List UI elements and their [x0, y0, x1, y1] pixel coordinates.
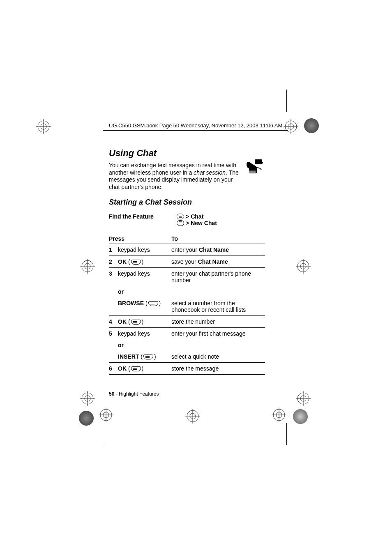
table-row: 2 OK () save your Chat Name — [109, 256, 265, 268]
intro-italic: chat session — [194, 169, 226, 176]
header-rule — [103, 130, 288, 131]
col-press: Press — [109, 234, 171, 244]
crop-tick — [103, 423, 103, 445]
registration-mark — [296, 391, 311, 406]
to-cell: store the message — [171, 363, 265, 375]
table-row: 5 keypad keys enter your first chat mess… — [109, 328, 265, 340]
press-cell: OK () — [118, 256, 171, 268]
softkey-icon — [131, 260, 141, 265]
registration-mark — [185, 409, 200, 424]
press-cell: keypad keys — [118, 328, 171, 340]
registration-mark — [36, 119, 51, 134]
path-item: New Chat — [191, 220, 217, 226]
softkey-icon — [131, 320, 141, 325]
to-cell: enter your Chat Name — [171, 244, 265, 256]
to-cell: store the number — [171, 316, 265, 328]
table-row: 1 keypad keys enter your Chat Name — [109, 244, 265, 256]
table-row: 4 OK () store the number — [109, 316, 265, 328]
find-feature-path: ☰ > Chat ☰ > New Chat — [177, 213, 265, 226]
subsection-title: Starting a Chat Session — [109, 198, 265, 207]
press-cell: OK () — [118, 363, 171, 375]
step-number: 1 — [109, 244, 118, 256]
press-cell: keypad keys — [118, 268, 171, 286]
table-row: or — [109, 286, 265, 297]
find-feature-label: Find the Feature — [109, 213, 177, 226]
corner-dot — [79, 411, 94, 426]
find-feature-row: Find the Feature ☰ > Chat ☰ > New Chat — [109, 213, 265, 226]
table-row: 3 keypad keys enter your chat partner's … — [109, 268, 265, 286]
path-separator: > — [186, 220, 189, 226]
registration-mark — [284, 119, 298, 134]
to-cell: select a quick note — [171, 351, 265, 363]
press-cell: OK () — [118, 316, 171, 328]
table-row: INSERT () select a quick note — [109, 351, 265, 363]
to-cell: select a number from the phonebook or re… — [171, 297, 265, 316]
press-cell: keypad keys — [118, 244, 171, 256]
section-title: Using Chat — [109, 148, 265, 159]
crop-tick — [103, 90, 103, 112]
intro-paragraph: You can exchange text messages in real t… — [109, 162, 265, 191]
page-footer: 50 - Highlight Features — [109, 391, 159, 397]
softkey-icon — [148, 301, 158, 306]
step-number: 2 — [109, 256, 118, 268]
path-item: Chat — [191, 213, 203, 220]
corner-dot — [304, 118, 319, 133]
press-cell: BROWSE () — [118, 297, 171, 316]
registration-mark — [296, 259, 311, 274]
page-content: Using Chat You can exchange text message… — [109, 148, 265, 375]
step-number: 3 — [109, 268, 118, 286]
step-number: 6 — [109, 363, 118, 375]
to-cell: save your Chat Name — [171, 256, 265, 268]
steps-table: Press To 1 keypad keys enter your Chat N… — [109, 234, 265, 375]
or-label: or — [118, 339, 171, 351]
menu-key-icon: ☰ — [177, 214, 184, 219]
menu-key-icon: ☰ — [177, 220, 184, 226]
or-label: or — [118, 286, 171, 297]
registration-mark — [80, 259, 95, 274]
to-cell: enter your chat partner's phone number — [171, 268, 265, 286]
step-number: 4 — [109, 316, 118, 328]
table-row: or — [109, 339, 265, 351]
page-number: 50 — [109, 391, 114, 397]
running-head: UG.C550.GSM.book Page 50 Wednesday, Nove… — [109, 122, 282, 129]
crop-tick — [286, 90, 287, 112]
corner-dot — [293, 409, 308, 424]
registration-mark — [80, 391, 95, 406]
registration-mark — [272, 408, 286, 422]
table-row: BROWSE () select a number from the phone… — [109, 297, 265, 316]
table-row: 6 OK () store the message — [109, 363, 265, 375]
softkey-icon — [143, 355, 153, 359]
registration-mark — [99, 408, 113, 422]
press-cell: INSERT () — [118, 351, 171, 363]
col-to: To — [171, 234, 265, 244]
softkey-icon — [131, 366, 141, 371]
crop-tick — [286, 423, 287, 445]
step-number: 5 — [109, 328, 118, 340]
footer-text: - Highlight Features — [114, 391, 159, 397]
to-cell: enter your first chat message — [171, 328, 265, 340]
path-separator: > — [186, 213, 189, 220]
